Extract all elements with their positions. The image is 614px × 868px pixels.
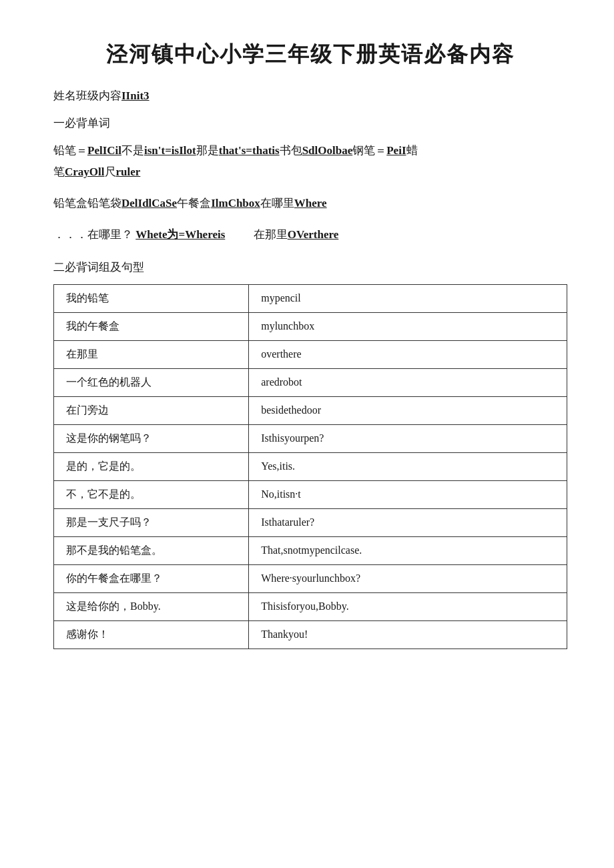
table-cell-english: overthere — [249, 340, 567, 368]
table-cell-chinese: 这是你的钢笔吗？ — [54, 424, 249, 452]
table-cell-chinese: 我的铅笔 — [54, 284, 249, 312]
table-cell-chinese: 在那里 — [54, 340, 249, 368]
table-cell-chinese: 一个红色的机器人 — [54, 368, 249, 396]
table-cell-chinese: 这是给你的，Bobby. — [54, 592, 249, 620]
table-row: 那不是我的铅笔盒。That,snotmypencilcase. — [54, 536, 567, 564]
table-cell-chinese: 在门旁边 — [54, 396, 249, 424]
table-row: 这是你的钢笔吗？Isthisyourpen? — [54, 424, 567, 452]
table-row: 是的，它是的。Yes,itis. — [54, 452, 567, 480]
table-row: 那是一支尺子吗？Isthataruler? — [54, 508, 567, 536]
table-cell-chinese: 我的午餐盒 — [54, 312, 249, 340]
table-cell-chinese: 不，它不是的。 — [54, 480, 249, 508]
vocab-line1: 铅笔＝PelICil不是isn't=isIlot那是that's=thatis书… — [53, 140, 567, 183]
table-row: 在那里overthere — [54, 340, 567, 368]
meta-line: 姓名班级内容IInit3 — [53, 88, 567, 103]
section2-title: 二必背词组及句型 — [53, 260, 567, 275]
table-cell-english: Thisisforyou,Bobby. — [249, 592, 567, 620]
table-cell-english: Where·syourlunchbox? — [249, 564, 567, 592]
table-cell-chinese: 是的，它是的。 — [54, 452, 249, 480]
table-cell-english: aredrobot — [249, 368, 567, 396]
table-cell-chinese: 感谢你！ — [54, 620, 249, 648]
vocab-line2: 铅笔盒铅笔袋DelIdlCaSe午餐盒IlmChbox在哪里Where — [53, 193, 567, 214]
table-cell-english: mylunchbox — [249, 312, 567, 340]
table-cell-english: That,snotmypencilcase. — [249, 536, 567, 564]
table-row: 我的午餐盒mylunchbox — [54, 312, 567, 340]
vocab-table: 我的铅笔mypencil我的午餐盒mylunchbox在那里overthere一… — [53, 284, 567, 649]
table-cell-english: Thankyou! — [249, 620, 567, 648]
phrase-line: ．．．在哪里？ Whete为=Whereis 在那里OVerthere — [53, 224, 567, 246]
table-row: 你的午餐盒在哪里？Where·syourlunchbox? — [54, 564, 567, 592]
table-cell-english: No,itisn·t — [249, 480, 567, 508]
page-title: 泾河镇中心小学三年级下册英语必备内容 — [53, 40, 567, 69]
table-cell-english: mypencil — [249, 284, 567, 312]
table-cell-english: Yes,itis. — [249, 452, 567, 480]
table-cell-chinese: 那不是我的铅笔盒。 — [54, 536, 249, 564]
table-cell-english: besidethedoor — [249, 396, 567, 424]
section1-title: 一必背单词 — [53, 115, 567, 131]
table-cell-english: Isthisyourpen? — [249, 424, 567, 452]
table-row: 这是给你的，Bobby.Thisisforyou,Bobby. — [54, 592, 567, 620]
table-row: 我的铅笔mypencil — [54, 284, 567, 312]
meta-text: 姓名班级内容 — [53, 89, 121, 102]
table-row: 不，它不是的。No,itisn·t — [54, 480, 567, 508]
unit-label: IInit3 — [121, 89, 149, 102]
table-cell-chinese: 那是一支尺子吗？ — [54, 508, 249, 536]
table-cell-english: Isthataruler? — [249, 508, 567, 536]
table-row: 在门旁边besidethedoor — [54, 396, 567, 424]
table-cell-chinese: 你的午餐盒在哪里？ — [54, 564, 249, 592]
table-row: 一个红色的机器人aredrobot — [54, 368, 567, 396]
table-row: 感谢你！Thankyou! — [54, 620, 567, 648]
